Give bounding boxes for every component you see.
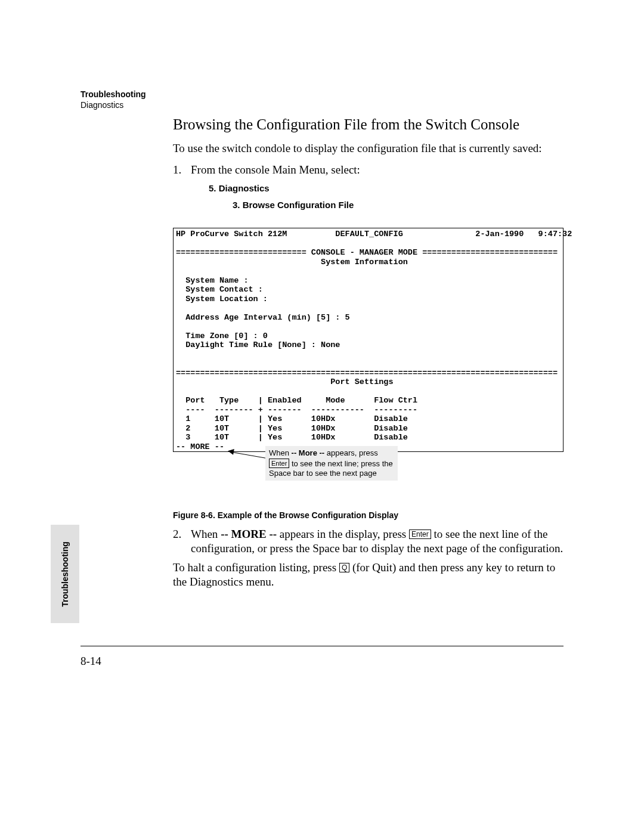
section-title: Browsing the Configuration File from the… — [173, 116, 564, 133]
console-line: ---- -------- + ------- ----------- ----… — [176, 405, 417, 414]
step-2-body: When -- MORE -- appears in the display, … — [191, 527, 564, 556]
console-line: -- MORE -- — [176, 442, 224, 451]
console-line: ========================================… — [176, 368, 558, 377]
callout: When -- More -- appears, press Enter to … — [173, 451, 564, 493]
step-1: 1. From the console Main Menu, select: 5… — [173, 163, 564, 217]
running-header: Troubleshooting Diagnostics — [80, 89, 146, 110]
console-line: System Contact : — [176, 285, 263, 294]
enter-key-icon: Enter — [269, 459, 289, 468]
console-line: HP ProCurve Switch 212M DEFAULT_CONFIG 2… — [176, 230, 572, 239]
menu-item-diagnostics: 5. Diagnostics — [209, 183, 564, 194]
step-1-body: From the console Main Menu, select: 5. D… — [191, 163, 564, 217]
callout-leader-line — [233, 452, 267, 459]
callout-bold: -- More -- — [292, 448, 325, 457]
console-line: 1 10T | Yes 10HDx Disable — [176, 414, 408, 423]
footer-rule — [80, 646, 564, 646]
halt-text: To halt a configuration listing, press — [173, 561, 339, 574]
step-2-number: 2. — [173, 527, 191, 556]
enter-key-icon: Enter — [409, 529, 431, 539]
console-line: =========================== CONSOLE - MA… — [176, 248, 558, 257]
header-section: Diagnostics — [80, 100, 146, 110]
page-number: 8-14 — [80, 655, 101, 668]
header-chapter: Troubleshooting — [80, 89, 146, 99]
step-2-bold: -- MORE -- — [221, 528, 277, 540]
console-line: System Name : — [176, 276, 249, 285]
callout-text: When — [269, 448, 292, 457]
menu-item-browse-config: 3. Browse Configuration File — [233, 200, 564, 211]
intro-paragraph: To use the switch condole to display the… — [173, 141, 564, 156]
main-content: Browsing the Configuration File from the… — [173, 116, 564, 596]
console-line: System Information — [176, 258, 408, 267]
console-line: 2 10T | Yes 10HDx Disable — [176, 424, 408, 433]
q-key-icon: Q — [339, 563, 349, 572]
step-2: 2. When -- MORE -- appears in the displa… — [173, 527, 564, 556]
console-line: Time Zone [0] : 0 — [176, 332, 268, 340]
side-tab-label: Troubleshooting — [60, 541, 70, 607]
callout-box: When -- More -- appears, press Enter to … — [265, 446, 398, 481]
figure-caption: Figure 8-6. Example of the Browse Config… — [173, 510, 564, 520]
callout-text: appears, press — [324, 448, 378, 457]
console-screenshot: HP ProCurve Switch 212M DEFAULT_CONFIG 2… — [173, 228, 564, 452]
step-2-text: When — [191, 528, 221, 540]
step-1-text: From the console Main Menu, select: — [191, 163, 360, 176]
console-line: Daylight Time Rule [None] : None — [176, 340, 340, 349]
console-line: Port Settings — [176, 377, 394, 386]
console-line: Port Type | Enabled Mode Flow Ctrl — [176, 396, 417, 405]
side-tab: Troubleshooting — [51, 525, 79, 623]
step-1-number: 1. — [173, 163, 191, 217]
console-line: System Location : — [176, 295, 268, 304]
console-line: 3 10T | Yes 10HDx Disable — [176, 433, 408, 442]
console-line: Address Age Interval (min) [5] : 5 — [176, 313, 350, 322]
halt-paragraph: To halt a configuration listing, press Q… — [173, 561, 564, 589]
step-2-text: appears in the display, press — [277, 528, 409, 540]
